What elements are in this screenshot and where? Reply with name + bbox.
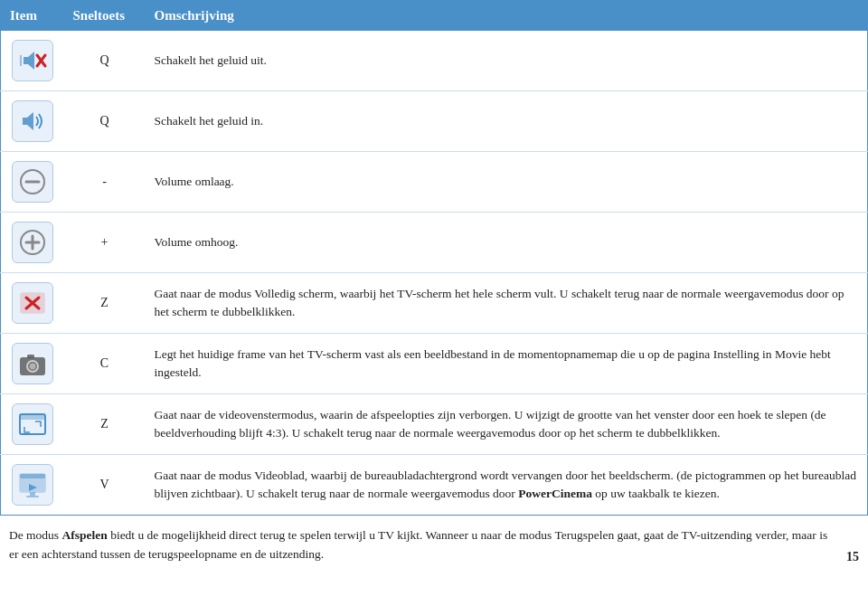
video-desc-text2: op uw taakbalk te kiezen.: [592, 487, 720, 500]
table-header-row: Item Sneltoets Omschrijving: [1, 1, 868, 32]
header-shortcut: Sneltoets: [64, 1, 146, 32]
icon-cell: [1, 273, 64, 334]
volume-down-icon-box: [12, 161, 53, 203]
shortcut-cell: C: [64, 334, 146, 394]
video-icon-box: [12, 464, 53, 506]
table-row: Z Gaat naar de modus Volledig scherm, wa…: [1, 273, 868, 334]
desc-cell: Legt het huidige frame van het TV-scherm…: [146, 334, 868, 394]
svg-rect-16: [27, 355, 34, 358]
table-row: + Volume omhoog.: [1, 213, 868, 273]
shortcut-cell: Z: [64, 394, 146, 455]
icon-cell: [1, 213, 64, 273]
footer-bold1: Afspelen: [62, 528, 108, 542]
shortcut-cell: -: [64, 152, 146, 213]
main-table: Item Sneltoets Omschrijving: [0, 0, 868, 516]
volume-icon: [17, 106, 48, 137]
svg-rect-20: [20, 474, 45, 478]
video-desc-text1: Gaat naar de modus Videoblad, waarbij de…: [155, 469, 857, 500]
table-row: - Volume omlaag.: [1, 152, 868, 213]
shortcut-cell: Q: [64, 31, 146, 91]
mute-icon-box: [12, 40, 53, 81]
header-desc: Omschrijving: [146, 1, 868, 32]
volume-icon-box: [12, 100, 53, 142]
footer-text-before-bold: De modus: [9, 528, 62, 542]
footer-text: De modus Afspelen biedt u de mogelijkhei…: [9, 526, 828, 564]
video-icon: [17, 469, 48, 500]
icon-cell: [1, 455, 64, 516]
svg-rect-23: [26, 496, 39, 497]
svg-marker-4: [23, 112, 33, 130]
volume-up-icon: [17, 227, 48, 258]
zoom-icon-box: [12, 403, 53, 445]
icon-cell: [1, 152, 64, 213]
table-row: V Gaat naar de modus Videoblad, waarbij …: [1, 455, 868, 516]
video-desc-bold: PowerCinema: [518, 487, 592, 500]
camera-icon-box: [12, 343, 53, 384]
desc-cell: Volume omhoog.: [146, 213, 868, 273]
icon-cell: [1, 91, 64, 152]
desc-cell: Gaat naar de modus Volledig scherm, waar…: [146, 273, 868, 334]
svg-rect-22: [30, 492, 35, 496]
volume-down-icon: [17, 166, 48, 197]
icon-cell: [1, 394, 64, 455]
footer-text-middle: biedt u de mogelijkheid direct terug te …: [9, 528, 827, 561]
fullscreen-icon-box: [12, 282, 53, 324]
fullscreen-icon: [17, 288, 48, 318]
desc-cell: Gaat naar de videovenstermodus, waarin d…: [146, 394, 868, 455]
table-row: Q Schakelt het geluid in.: [1, 91, 868, 152]
camera-icon: [17, 348, 48, 379]
icon-cell: [1, 31, 64, 91]
table-row: Z Gaat naar de videovenstermodus, waarin…: [1, 394, 868, 455]
desc-cell-video: Gaat naar de modus Videoblad, waarbij de…: [146, 455, 868, 516]
volume-up-icon-box: [12, 222, 53, 263]
shortcut-cell: V: [64, 455, 146, 516]
footer-section: De modus Afspelen biedt u de mogelijkhei…: [0, 516, 868, 568]
table-row: C Legt het huidige frame van het TV-sche…: [1, 334, 868, 394]
header-item: Item: [1, 1, 64, 32]
desc-cell: Schakelt het geluid uit.: [146, 31, 868, 91]
desc-cell: Volume omlaag.: [146, 152, 868, 213]
svg-point-15: [29, 364, 35, 370]
table-row: Q Schakelt het geluid uit.: [1, 31, 868, 91]
svg-marker-0: [24, 52, 34, 70]
mute-icon: [17, 45, 48, 76]
page-wrapper: Item Sneltoets Omschrijving: [0, 0, 868, 568]
shortcut-cell: +: [64, 213, 146, 273]
shortcut-cell: Q: [64, 91, 146, 152]
page-number: 15: [828, 550, 859, 564]
desc-cell: Schakelt het geluid in.: [146, 91, 868, 152]
zoom-icon: [17, 409, 48, 440]
icon-cell: [1, 334, 64, 394]
svg-rect-18: [20, 414, 45, 420]
shortcut-cell: Z: [64, 273, 146, 334]
